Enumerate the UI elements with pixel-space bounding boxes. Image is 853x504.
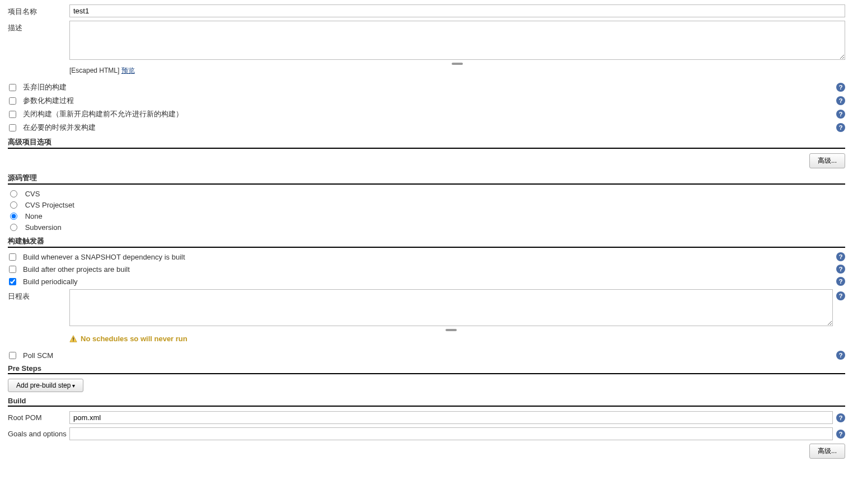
help-icon[interactable]: ? xyxy=(836,83,845,92)
scm-cvsprojectset-label: CVS Projectset xyxy=(25,201,74,209)
advanced-options-btn-row: 高级... xyxy=(8,153,845,168)
discard-old-builds-label: 丢弃旧的构建 xyxy=(23,82,833,92)
description-textarea[interactable] xyxy=(69,21,845,60)
help-icon[interactable]: ? xyxy=(836,110,845,119)
scm-cvs-radio[interactable] xyxy=(10,190,17,197)
description-label: 描述 xyxy=(8,21,69,33)
scm-none-radio[interactable] xyxy=(10,213,17,220)
project-name-row: 项目名称 xyxy=(8,4,845,17)
root-pom-row: Root POM ? xyxy=(8,411,845,424)
escaped-html-text: [Escaped HTML] xyxy=(69,67,119,74)
scm-cvsprojectset-row: CVS Projectset xyxy=(8,200,845,209)
build-advanced-button[interactable]: 高级... xyxy=(809,444,845,459)
warning-icon xyxy=(69,335,77,343)
trigger-snapshot-label: Build whenever a SNAPSHOT dependency is … xyxy=(23,253,833,261)
help-icon[interactable]: ? xyxy=(836,96,845,105)
trigger-after-other-row: Build after other projects are built ? xyxy=(8,265,845,274)
scm-subversion-radio[interactable] xyxy=(10,224,17,231)
help-icon[interactable]: ? xyxy=(836,252,845,261)
scm-none-row: None xyxy=(8,211,845,220)
build-advanced-btn-row: 高级... xyxy=(8,444,845,459)
triggers-header: 构建触发器 xyxy=(8,236,845,248)
resize-handle-icon[interactable] xyxy=(69,328,833,332)
jenkins-job-config: 项目名称 描述 [Escaped HTML] 预览 丢弃旧的构建 ? 参数化构建… xyxy=(0,0,853,468)
disable-build-label: 关闭构建（重新开启构建前不允许进行新的构建） xyxy=(23,109,833,119)
concurrent-row: 在必要的时候并发构建 ? xyxy=(8,123,845,133)
help-icon[interactable]: ? xyxy=(836,430,845,439)
root-pom-input[interactable] xyxy=(69,411,833,424)
schedule-textarea[interactable] xyxy=(69,289,833,326)
schedule-label: 日程表 xyxy=(8,289,69,302)
project-name-input[interactable] xyxy=(69,4,845,17)
svg-rect-0 xyxy=(73,337,73,340)
concurrent-label: 在必要的时候并发构建 xyxy=(23,123,833,133)
trigger-pollscm-checkbox[interactable] xyxy=(9,352,16,359)
advanced-options-button[interactable]: 高级... xyxy=(809,153,845,168)
preview-link[interactable]: 预览 xyxy=(121,67,135,74)
trigger-snapshot-checkbox[interactable] xyxy=(9,253,16,261)
build-header: Build xyxy=(8,397,845,407)
trigger-periodically-row: Build periodically ? xyxy=(8,277,845,286)
root-pom-label: Root POM xyxy=(8,411,69,422)
goals-label: Goals and options xyxy=(8,427,69,438)
resize-handle-icon[interactable] xyxy=(69,62,845,66)
schedule-warning-row: No schedules so will never run xyxy=(69,335,833,343)
add-pre-build-step-button[interactable]: Add pre-build step xyxy=(8,379,83,392)
goals-input[interactable] xyxy=(69,427,833,440)
parameterized-checkbox[interactable] xyxy=(9,97,16,105)
trigger-periodically-label: Build periodically xyxy=(23,277,833,286)
help-icon[interactable]: ? xyxy=(836,123,845,132)
help-icon[interactable]: ? xyxy=(836,351,845,360)
scm-subversion-row: Subversion xyxy=(8,223,845,232)
scm-none-label: None xyxy=(25,212,43,220)
trigger-pollscm-label: Poll SCM xyxy=(23,351,833,360)
pre-steps-btn-row: Add pre-build step xyxy=(8,379,845,392)
help-icon[interactable]: ? xyxy=(836,265,845,274)
concurrent-checkbox[interactable] xyxy=(9,124,16,131)
parameterized-row: 参数化构建过程 ? xyxy=(8,96,845,106)
description-meta: [Escaped HTML] 预览 xyxy=(69,66,845,76)
scm-subversion-label: Subversion xyxy=(25,223,62,232)
discard-old-builds-checkbox[interactable] xyxy=(9,84,16,91)
disable-build-row: 关闭构建（重新开启构建前不允许进行新的构建） ? xyxy=(8,109,845,119)
scm-header: 源码管理 xyxy=(8,173,845,185)
schedule-row: 日程表 No schedules so will never run ? xyxy=(8,289,845,347)
trigger-after-other-checkbox[interactable] xyxy=(9,266,16,273)
description-row: 描述 [Escaped HTML] 预览 xyxy=(8,21,845,79)
goals-row: Goals and options ? xyxy=(8,427,845,440)
help-icon[interactable]: ? xyxy=(836,291,845,300)
svg-rect-1 xyxy=(73,340,73,341)
trigger-after-other-label: Build after other projects are built xyxy=(23,265,833,274)
help-icon[interactable]: ? xyxy=(836,413,845,422)
trigger-pollscm-row: Poll SCM ? xyxy=(8,351,845,360)
trigger-snapshot-row: Build whenever a SNAPSHOT dependency is … xyxy=(8,252,845,261)
discard-old-builds-row: 丢弃旧的构建 ? xyxy=(8,82,845,92)
help-icon[interactable]: ? xyxy=(836,277,845,286)
scm-cvs-label: CVS xyxy=(25,190,40,198)
disable-build-checkbox[interactable] xyxy=(9,111,16,118)
trigger-periodically-checkbox[interactable] xyxy=(9,278,16,285)
scm-cvsprojectset-radio[interactable] xyxy=(10,201,17,209)
parameterized-label: 参数化构建过程 xyxy=(23,96,833,106)
scm-cvs-row: CVS xyxy=(8,189,845,198)
schedule-warning-text: No schedules so will never run xyxy=(81,335,188,343)
advanced-options-header: 高级项目选项 xyxy=(8,137,845,149)
project-name-label: 项目名称 xyxy=(8,4,69,17)
pre-steps-header: Pre Steps xyxy=(8,364,845,374)
